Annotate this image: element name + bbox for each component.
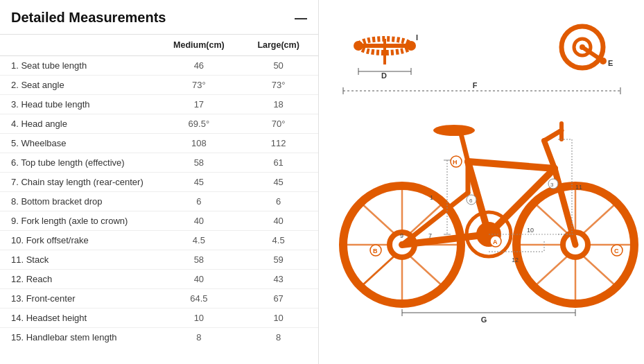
table-row: 3. Head tube length1718 — [0, 95, 318, 114]
svg-text:D: D — [381, 71, 387, 80]
left-panel: Detailed Measurements — Medium(cm) Large… — [0, 0, 319, 364]
panel-title: Detailed Measurements — [11, 10, 166, 26]
measurement-large: 67 — [238, 289, 318, 309]
table-row: 7. Chain stay length (rear-center)4545 — [0, 173, 318, 192]
measurement-large: 45 — [238, 173, 318, 192]
measurement-medium: 10 — [159, 309, 239, 328]
measurement-label: 1. Seat tube length — [0, 56, 159, 76]
svg-line-44 — [468, 162, 555, 168]
measurement-large: 70° — [238, 114, 318, 134]
measurement-label: 6. Top tube length (effective) — [0, 153, 159, 173]
col-header-medium: Medium(cm) — [159, 35, 239, 56]
svg-line-40 — [584, 202, 617, 233]
svg-text:9: 9 — [400, 232, 403, 239]
measurement-large: 50 — [238, 56, 318, 76]
measurement-medium: 8 — [159, 328, 239, 347]
svg-text:12: 12 — [512, 257, 519, 263]
svg-text:F: F — [472, 81, 477, 89]
bike-diagram-container: I D E F — [319, 0, 644, 364]
measurement-label: 8. Bottom bracket drop — [0, 192, 159, 211]
svg-text:1: 1 — [430, 194, 433, 201]
measurement-medium: 73° — [159, 76, 239, 95]
measurement-label: 13. Front-center — [0, 289, 159, 309]
svg-text:3: 3 — [550, 182, 554, 188]
col-header-large: Large(cm) — [238, 35, 318, 56]
svg-point-3 — [354, 41, 363, 51]
measurement-label: 12. Reach — [0, 270, 159, 289]
svg-text:10: 10 — [527, 227, 534, 234]
svg-point-4 — [406, 41, 416, 51]
measurement-label: 7. Chain stay length (rear-center) — [0, 173, 159, 192]
svg-text:6: 6 — [469, 198, 473, 204]
measurement-label: 3. Head tube length — [0, 95, 159, 114]
measurement-medium: 108 — [159, 134, 239, 153]
svg-text:G: G — [480, 315, 487, 324]
measurement-medium: 69.5° — [159, 114, 239, 134]
svg-line-50 — [461, 134, 468, 162]
svg-text:E: E — [608, 59, 613, 67]
table-row: 12. Reach4043 — [0, 270, 318, 289]
measurement-large: 4.5 — [238, 231, 318, 250]
measurement-large: 10 — [238, 309, 318, 328]
measurement-large: 40 — [238, 211, 318, 231]
measurement-medium: 6 — [159, 192, 239, 211]
measurement-large: 6 — [238, 192, 318, 211]
measurement-label: 2. Seat angle — [0, 76, 159, 95]
svg-text:C: C — [614, 248, 619, 254]
collapse-icon[interactable]: — — [295, 12, 307, 24]
svg-text:H: H — [453, 159, 458, 166]
measurement-large: 8 — [238, 328, 318, 347]
measurements-table: Medium(cm) Large(cm) 1. Seat tube length… — [0, 35, 318, 347]
table-row: 8. Bottom bracket drop66 — [0, 192, 318, 211]
table-row: 4. Head angle69.5°70° — [0, 114, 318, 134]
measurement-label: 4. Head angle — [0, 114, 159, 134]
bike-diagram-svg: I D E F — [322, 16, 641, 349]
table-row: 11. Stack5859 — [0, 250, 318, 270]
table-row: 10. Fork offset/rake4.54.5 — [0, 231, 318, 250]
table-row: 13. Front-center64.567 — [0, 289, 318, 309]
measurement-label: 11. Stack — [0, 250, 159, 270]
svg-line-41 — [534, 257, 567, 287]
col-header-label — [0, 35, 159, 56]
svg-point-51 — [433, 125, 475, 136]
svg-point-15 — [600, 58, 607, 64]
measurement-medium: 58 — [159, 153, 239, 173]
table-row: 6. Top tube length (effective)5861 — [0, 153, 318, 173]
measurement-label: 14. Headset height — [0, 309, 159, 328]
measurement-label: 10. Fork offset/rake — [0, 231, 159, 250]
svg-text:I: I — [416, 33, 418, 42]
measurement-large: 112 — [238, 134, 318, 153]
table-row: 15. Handlebar stem length88 — [0, 328, 318, 347]
measurement-medium: 64.5 — [159, 289, 239, 309]
measurement-label: 9. Fork length (axle to crown) — [0, 211, 159, 231]
svg-text:11: 11 — [575, 184, 582, 191]
table-row: 5. Wheelbase108112 — [0, 134, 318, 153]
measurement-large: 73° — [238, 76, 318, 95]
measurement-medium: 58 — [159, 250, 239, 270]
svg-line-28 — [410, 257, 444, 287]
measurement-medium: 40 — [159, 211, 239, 231]
measurement-medium: 17 — [159, 95, 239, 114]
svg-text:A: A — [493, 239, 498, 245]
measurement-medium: 4.5 — [159, 231, 239, 250]
measurement-medium: 46 — [159, 56, 239, 76]
measurement-label: 15. Handlebar stem length — [0, 328, 159, 347]
right-panel: I D E F — [319, 0, 644, 364]
measurement-large: 61 — [238, 153, 318, 173]
svg-line-31 — [360, 257, 394, 287]
measurement-large: 59 — [238, 250, 318, 270]
table-row: 2. Seat angle73°73° — [0, 76, 318, 95]
svg-line-27 — [360, 202, 394, 233]
measurement-label: 5. Wheelbase — [0, 134, 159, 153]
measurement-medium: 45 — [159, 173, 239, 192]
table-row: 1. Seat tube length4650 — [0, 56, 318, 76]
svg-text:B: B — [373, 248, 378, 254]
svg-text:7: 7 — [428, 232, 432, 239]
table-row: 9. Fork length (axle to crown)4040 — [0, 211, 318, 231]
measurement-large: 18 — [238, 95, 318, 114]
table-row: 14. Headset height1010 — [0, 309, 318, 328]
measurement-medium: 40 — [159, 270, 239, 289]
measurement-large: 43 — [238, 270, 318, 289]
svg-line-39 — [584, 257, 617, 287]
panel-header: Detailed Measurements — — [0, 0, 318, 35]
